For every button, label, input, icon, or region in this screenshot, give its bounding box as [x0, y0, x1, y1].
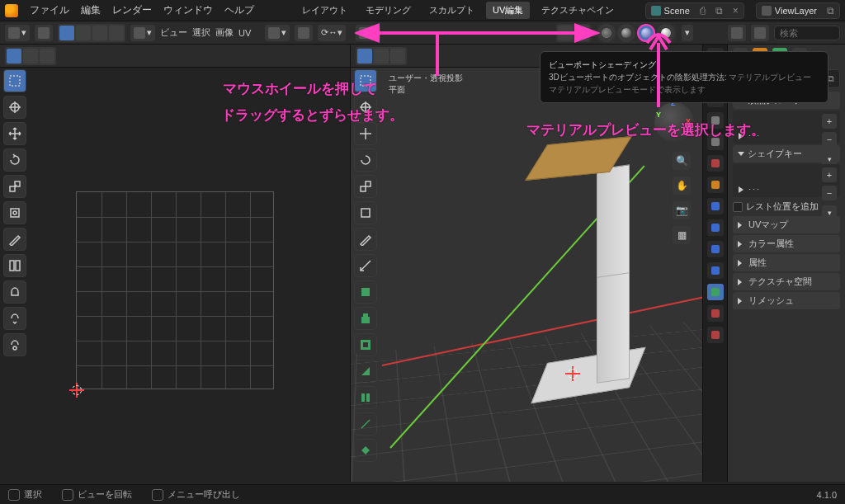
mesh-plane-vertical[interactable]	[597, 164, 630, 384]
section-colorattr-header[interactable]: カラー属性	[733, 235, 840, 252]
scene-new-icon[interactable]: ⧉	[715, 5, 723, 16]
prop-tab-object[interactable]	[707, 177, 724, 193]
viewport-3d-scene[interactable]	[382, 68, 702, 482]
uv-face-select-button[interactable]	[92, 26, 107, 40]
uv-snap-button[interactable]	[295, 25, 313, 41]
tab-sculpt[interactable]: スカルプト	[422, 2, 481, 19]
vp-tool-annotate[interactable]	[354, 228, 377, 251]
perspective-toggle-icon[interactable]: ▦	[673, 226, 691, 244]
vp-tool-measure[interactable]	[354, 254, 377, 277]
uv-sticky-dropdown[interactable]: ▾	[130, 25, 155, 41]
menu-render[interactable]: レンダー	[112, 3, 152, 17]
camera-view-icon[interactable]: 📷	[673, 201, 691, 219]
uv-tool-transform[interactable]	[3, 201, 26, 224]
scene-close-icon[interactable]: ×	[733, 5, 739, 16]
menu-help[interactable]: ヘルプ	[224, 3, 254, 17]
tab-layout[interactable]: レイアウト	[295, 2, 354, 19]
shading-material-preview-button[interactable]	[637, 24, 655, 42]
menu-edit[interactable]: 編集	[81, 3, 101, 17]
scene-pin-icon[interactable]: ⎙	[700, 5, 706, 16]
uv-tool-rip[interactable]	[3, 254, 26, 277]
uv-pivot-dropdown[interactable]: ▾	[265, 25, 290, 41]
outliner-new-collection-button[interactable]	[751, 25, 769, 41]
search-input[interactable]	[774, 26, 840, 40]
vp-tool-cursor[interactable]	[354, 96, 377, 119]
viewlayer-new-icon[interactable]: ⧉	[827, 5, 834, 16]
uv-display-btn1[interactable]	[7, 49, 21, 64]
prop-tab-material[interactable]	[707, 305, 724, 322]
uv-tool-cursor[interactable]	[3, 96, 26, 119]
uv-tool-grab[interactable]	[3, 280, 26, 304]
prop-tab-viewlayer[interactable]	[707, 112, 724, 129]
overlay-toggle-button[interactable]	[574, 26, 589, 40]
vp-tool-transform[interactable]	[354, 201, 377, 224]
vp-tool-add-cube[interactable]	[354, 280, 377, 304]
prop-tab-world[interactable]	[707, 155, 724, 172]
uv-island-select-button[interactable]	[109, 26, 124, 40]
vp-display-btn2[interactable]	[374, 49, 389, 64]
uv-tool-rotate[interactable]	[3, 148, 26, 172]
vg-add-button[interactable]: +	[822, 114, 837, 129]
uv-tool-select-box[interactable]	[3, 69, 26, 92]
nav-x-icon[interactable]: X	[686, 117, 691, 125]
uv-vertex-select-button[interactable]	[59, 26, 74, 40]
outliner-filter-button[interactable]	[728, 25, 746, 41]
menu-file[interactable]: ファイル	[30, 3, 69, 17]
uv-tool-annotate[interactable]	[3, 228, 26, 251]
section-attr-header[interactable]: 属性	[733, 254, 840, 271]
zoom-icon[interactable]: 🔍	[673, 152, 691, 170]
vp-display-btn1[interactable]	[357, 49, 372, 64]
sk-remove-button[interactable]: −	[822, 186, 837, 200]
vp-tool-extrude[interactable]	[354, 307, 377, 330]
viewlayer-selector[interactable]: ViewLayer ⧉	[756, 2, 840, 19]
uv-menu-image[interactable]: 画像	[215, 26, 234, 39]
prop-tab-physics[interactable]	[707, 241, 724, 257]
shading-rendered-button[interactable]	[657, 24, 675, 42]
uv-edge-select-button[interactable]	[76, 26, 91, 40]
vp-tool-move[interactable]	[354, 122, 377, 145]
vp-tool-rotate[interactable]	[354, 148, 377, 172]
section-remesh-header[interactable]: リメッシュ	[733, 292, 840, 309]
shading-options-dropdown[interactable]: ▾	[682, 25, 693, 41]
uv-display-btn2[interactable]	[23, 49, 38, 64]
prop-tab-texture[interactable]	[707, 327, 724, 343]
prop-tab-constraints[interactable]	[707, 262, 724, 279]
tab-modeling[interactable]: モデリング	[359, 2, 418, 19]
pan-hand-icon[interactable]: ✋	[673, 177, 691, 195]
uv-editor-type-dropdown[interactable]: ▾	[5, 25, 30, 41]
vp-tool-select-box[interactable]	[354, 69, 377, 92]
uv-menu-select[interactable]: 選択	[192, 26, 210, 39]
prop-tab-modifiers[interactable]	[707, 198, 724, 214]
vg-remove-button[interactable]: −	[822, 132, 837, 147]
prop-tab-particles[interactable]	[707, 219, 724, 236]
viewport-editor-type-dropdown[interactable]: ▾	[356, 25, 380, 41]
vp-display-btn3[interactable]	[390, 49, 405, 64]
tab-texture-paint[interactable]: テクスチャペイン	[535, 2, 621, 19]
uv-canvas[interactable]	[31, 68, 350, 482]
menu-window[interactable]: ウィンドウ	[163, 3, 213, 17]
uv-sync-button[interactable]	[35, 25, 53, 41]
sk-menu-button[interactable]: ▾	[822, 205, 837, 220]
nav-y-icon[interactable]: Y	[656, 111, 661, 119]
navigation-gizmo[interactable]: Z Y X	[654, 102, 694, 142]
uv-tool-relax[interactable]	[3, 307, 26, 330]
scene-selector[interactable]: Scene ⎙ ⧉ ×	[645, 2, 744, 19]
uv-menu-view[interactable]: ビュー	[160, 26, 187, 39]
shading-solid-button[interactable]	[617, 24, 635, 42]
mesh-users-icon[interactable]: ⧉	[828, 73, 834, 84]
sk-add-button[interactable]: +	[822, 167, 837, 182]
uv-proportional-dropdown[interactable]: ⟳↔▾	[318, 25, 346, 41]
shading-wireframe-button[interactable]	[597, 24, 616, 42]
uv-tool-scale[interactable]	[3, 175, 26, 198]
rest-position-checkbox[interactable]	[733, 202, 743, 212]
vp-tool-scale[interactable]	[354, 175, 377, 198]
gizmo-toggle-button[interactable]	[558, 26, 573, 40]
tab-uv-editing[interactable]: UV編集	[486, 2, 530, 19]
section-texspace-header[interactable]: テクスチャ空間	[733, 273, 840, 290]
uv-tool-pinch[interactable]	[3, 333, 26, 356]
uv-display-btn3[interactable]	[40, 49, 54, 64]
uv-menu-uv[interactable]: UV	[238, 28, 251, 38]
prop-tab-scene[interactable]	[707, 134, 724, 150]
prop-tab-data[interactable]	[707, 284, 724, 300]
uv-tool-move[interactable]	[3, 122, 26, 145]
